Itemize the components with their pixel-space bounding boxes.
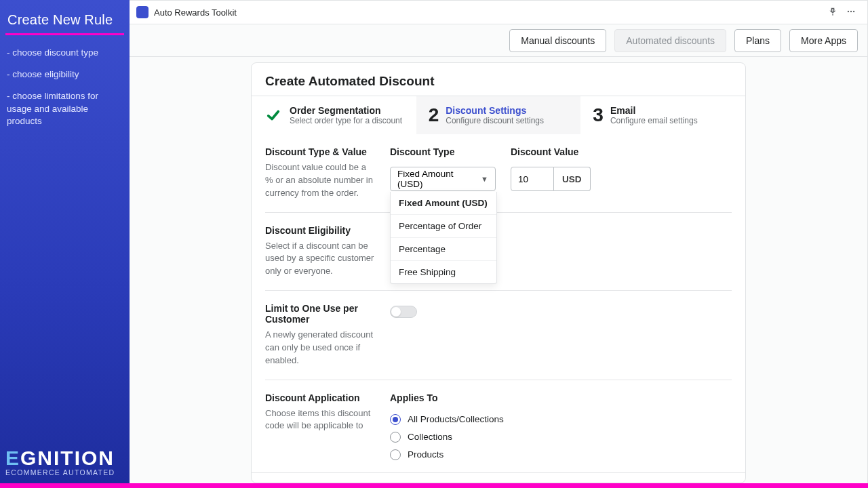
discount-value-label: Discount Value bbox=[511, 146, 591, 157]
plans-button[interactable]: Plans bbox=[734, 29, 781, 52]
manual-discounts-button[interactable]: Manual discounts bbox=[509, 29, 606, 52]
svg-point-1 bbox=[848, 10, 849, 12]
pin-icon[interactable] bbox=[824, 4, 842, 21]
section-label: Discount Type & Value bbox=[265, 146, 375, 157]
radio-label: Products bbox=[408, 449, 443, 460]
discount-type-select[interactable]: Fixed Amount (USD) ▼ Fixed Amount (USD) … bbox=[390, 167, 496, 191]
sidebar: Create New Rule - choose discount type -… bbox=[0, 0, 130, 483]
step-title: Discount Settings bbox=[446, 105, 544, 116]
radio-dot bbox=[390, 414, 401, 425]
sidebar-item-eligibility: - choose eligibility bbox=[5, 64, 127, 85]
radio-all-products[interactable]: All Products/Collections bbox=[390, 414, 504, 425]
section-label: Limit to One Use per Customer bbox=[265, 303, 375, 325]
radio-dot bbox=[390, 432, 401, 443]
logo-rest: GNITION bbox=[20, 447, 115, 469]
section-type-value: Discount Type & Value Discount value cou… bbox=[265, 134, 732, 213]
applies-to-label: Applies To bbox=[390, 392, 504, 403]
logo-tagline: ECOMMERCE AUTOMATED bbox=[5, 468, 115, 476]
radio-products[interactable]: Products bbox=[390, 449, 504, 460]
step-desc: Configure email settings bbox=[610, 116, 698, 125]
discount-card: Create Automated Discount Order Segmenta… bbox=[251, 62, 746, 483]
bottom-accent-bar bbox=[0, 483, 868, 488]
logo-letter-e: E bbox=[5, 447, 20, 469]
app-icon bbox=[136, 6, 149, 18]
sidebar-logo: EGNITION ECOMMERCE AUTOMATED bbox=[5, 447, 115, 476]
select-value: Fixed Amount (USD) bbox=[397, 169, 481, 189]
sidebar-item-limitations: - choose limitations for usage and avail… bbox=[5, 85, 127, 132]
card-footer: Cancel Back Next bbox=[252, 472, 745, 483]
step-desc: Select order type for a discount bbox=[290, 116, 402, 125]
card-header: Create Automated Discount bbox=[252, 63, 745, 96]
discount-type-label: Discount Type bbox=[390, 146, 496, 157]
radio-dot bbox=[390, 449, 401, 460]
section-eligibility: Discount Eligibility Select if a discoun… bbox=[265, 213, 732, 291]
step-number: 2 bbox=[429, 104, 439, 126]
section-limit: Limit to One Use per Customer A newly ge… bbox=[265, 291, 732, 380]
section-desc: Choose items this discount code will be … bbox=[265, 407, 375, 433]
actionbar: Manual discounts Automated discounts Pla… bbox=[130, 24, 867, 57]
stepper: Order Segmentation Select order type for… bbox=[252, 96, 745, 134]
svg-point-2 bbox=[850, 10, 852, 12]
content-wrap: Create Automated Discount Order Segmenta… bbox=[130, 57, 867, 483]
sidebar-underline bbox=[5, 33, 124, 35]
step-desc: Configure discount settings bbox=[446, 116, 544, 125]
automated-discounts-button[interactable]: Automated discounts bbox=[614, 29, 726, 52]
more-apps-button[interactable]: More Apps bbox=[789, 29, 858, 52]
dropdown-option-pct-order[interactable]: Percentage of Order bbox=[391, 215, 496, 238]
step-email[interactable]: 3 Email Configure email settings bbox=[580, 96, 745, 134]
step-discount-settings[interactable]: 2 Discount Settings Configure discount s… bbox=[416, 96, 581, 134]
radio-label: All Products/Collections bbox=[408, 414, 504, 424]
dropdown-option-shipping[interactable]: Free Shipping bbox=[391, 261, 496, 283]
discount-type-dropdown: Fixed Amount (USD) Percentage of Order P… bbox=[390, 192, 497, 284]
chevron-down-icon: ▼ bbox=[481, 175, 488, 183]
check-icon bbox=[264, 108, 283, 123]
limit-toggle[interactable] bbox=[390, 306, 417, 318]
app-title: Auto Rewards Toolkit bbox=[154, 7, 237, 18]
discount-value-suffix: USD bbox=[554, 167, 591, 191]
applies-to-radio-group: All Products/Collections Collections Pro… bbox=[390, 414, 504, 460]
section-label: Discount Eligibility bbox=[265, 225, 375, 236]
step-title: Order Segmentation bbox=[290, 105, 402, 116]
step-title: Email bbox=[610, 105, 698, 116]
section-desc: A newly generated discount can only be u… bbox=[265, 329, 375, 367]
card-title: Create Automated Discount bbox=[265, 74, 732, 89]
section-label: Discount Application bbox=[265, 392, 375, 403]
step-order-segmentation[interactable]: Order Segmentation Select order type for… bbox=[252, 96, 416, 134]
dropdown-option-pct[interactable]: Percentage bbox=[391, 238, 496, 261]
discount-value-input[interactable]: 10 bbox=[511, 167, 554, 191]
card-body: Discount Type & Value Discount value cou… bbox=[252, 134, 745, 472]
section-application: Discount Application Choose items this d… bbox=[265, 380, 732, 472]
topbar: Auto Rewards Toolkit bbox=[130, 1, 867, 24]
section-desc: Discount value could be a % or an absolu… bbox=[265, 161, 375, 200]
radio-collections[interactable]: Collections bbox=[390, 432, 504, 443]
sidebar-item-discount-type: - choose discount type bbox=[5, 42, 127, 64]
step-number: 3 bbox=[593, 104, 604, 126]
dropdown-option-fixed[interactable]: Fixed Amount (USD) bbox=[391, 192, 496, 215]
section-desc: Select if a discount can be used by a sp… bbox=[265, 240, 375, 279]
more-icon[interactable] bbox=[842, 4, 861, 21]
main-area: Auto Rewards Toolkit Manual discounts Au… bbox=[130, 0, 868, 483]
radio-label: Collections bbox=[408, 432, 452, 442]
svg-point-3 bbox=[853, 10, 854, 12]
sidebar-title: Create New Rule bbox=[5, 12, 127, 33]
